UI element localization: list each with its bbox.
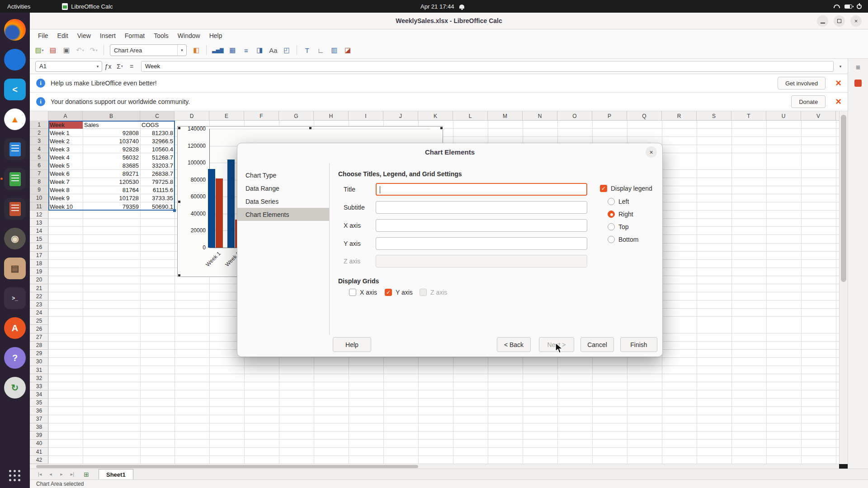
column-header-o[interactable]: O bbox=[557, 111, 592, 121]
formula-input[interactable]: Week bbox=[141, 61, 834, 72]
insert-axes-icon[interactable]: ∟ bbox=[315, 44, 326, 56]
chart-selection-handle[interactable] bbox=[178, 127, 181, 130]
row-header-8[interactable]: 8 bbox=[30, 178, 48, 186]
window-titlebar[interactable]: WeeklySales.xlsx - LibreOffice Calc × bbox=[30, 13, 868, 29]
maximize-button[interactable] bbox=[834, 15, 845, 27]
column-header-u[interactable]: U bbox=[766, 111, 801, 121]
row-header-26[interactable]: 26 bbox=[30, 325, 48, 333]
vertical-grids-icon[interactable]: ▥ bbox=[328, 44, 340, 56]
dock-ubuntu-software[interactable]: A bbox=[4, 317, 26, 339]
last-sheet-icon[interactable]: ▸| bbox=[67, 471, 78, 477]
row-header-34[interactable]: 34 bbox=[30, 390, 48, 399]
column-header-f[interactable]: F bbox=[244, 111, 279, 121]
wizard-step-chart-type[interactable]: Chart Type bbox=[237, 169, 329, 182]
column-header-l[interactable]: L bbox=[453, 111, 488, 121]
x-axis-input[interactable] bbox=[376, 219, 587, 232]
row-header-31[interactable]: 31 bbox=[30, 366, 48, 374]
row-header-39[interactable]: 39 bbox=[30, 432, 48, 440]
row-header-11[interactable]: 11 bbox=[30, 202, 48, 211]
help-button[interactable]: Help bbox=[333, 337, 371, 352]
row-header-28[interactable]: 28 bbox=[30, 342, 48, 350]
dock-file-cabinet[interactable]: ▤ bbox=[4, 258, 26, 279]
row-header-4[interactable]: 4 bbox=[30, 145, 48, 153]
gallery-icon[interactable]: ▨▾ bbox=[33, 44, 45, 56]
chart-type-icon[interactable]: ▃▅▇ bbox=[211, 44, 225, 56]
row-header-41[interactable]: 41 bbox=[30, 448, 48, 456]
row-header-10[interactable]: 10 bbox=[30, 194, 48, 202]
menu-help[interactable]: Help bbox=[205, 30, 227, 41]
dock-terminal[interactable]: >_ bbox=[4, 287, 26, 309]
first-sheet-icon[interactable]: |◂ bbox=[34, 471, 45, 477]
row-header-12[interactable]: 12 bbox=[30, 211, 48, 219]
chart-selection-handle[interactable] bbox=[178, 200, 181, 203]
formula-bar-expand-icon[interactable]: ▾ bbox=[836, 64, 844, 69]
app-grid-icon[interactable] bbox=[9, 470, 21, 482]
menu-view[interactable]: View bbox=[73, 30, 95, 41]
menu-insert[interactable]: Insert bbox=[95, 30, 120, 41]
donate-button[interactable]: Donate bbox=[791, 95, 826, 108]
column-header-t[interactable]: T bbox=[731, 111, 766, 121]
sheet-tab-sheet1[interactable]: Sheet1 bbox=[99, 469, 133, 479]
column-header-k[interactable]: K bbox=[418, 111, 453, 121]
row-header-29[interactable]: 29 bbox=[30, 350, 48, 358]
previous-sheet-icon[interactable]: ◂ bbox=[45, 471, 56, 477]
row-header-42[interactable]: 42 bbox=[30, 456, 48, 464]
format-selection-icon[interactable]: ◧ bbox=[190, 44, 202, 56]
row-header-17[interactable]: 17 bbox=[30, 252, 48, 260]
column-header-h[interactable]: H bbox=[314, 111, 349, 121]
column-header-d[interactable]: D bbox=[175, 111, 209, 121]
data-table-icon[interactable]: ▦ bbox=[226, 44, 238, 56]
dock-vscode[interactable]: < bbox=[4, 79, 26, 100]
row-header-32[interactable]: 32 bbox=[30, 374, 48, 382]
name-box[interactable]: A1 ▾ bbox=[35, 61, 102, 72]
row-header-3[interactable]: 3 bbox=[30, 137, 48, 145]
column-header-v[interactable]: V bbox=[801, 111, 836, 121]
radio-right[interactable] bbox=[608, 211, 615, 218]
column-header-j[interactable]: J bbox=[383, 111, 418, 121]
dock-help-app[interactable]: ? bbox=[4, 347, 26, 369]
row-header-27[interactable]: 27 bbox=[30, 333, 48, 342]
horizontal-grids-icon[interactable]: ≡ bbox=[240, 44, 252, 56]
menu-edit[interactable]: Edit bbox=[53, 30, 73, 41]
dock-libreoffice-calc[interactable] bbox=[4, 168, 26, 190]
column-header-n[interactable]: N bbox=[523, 111, 557, 121]
dock-vlc[interactable]: ▲ bbox=[4, 108, 26, 130]
display-legend-checkbox[interactable]: ✓ bbox=[600, 185, 607, 192]
scale-text-icon[interactable]: Aa bbox=[267, 44, 279, 56]
chart-selection-handle[interactable] bbox=[309, 127, 312, 130]
row-header-7[interactable]: 7 bbox=[30, 170, 48, 178]
radio-top[interactable] bbox=[608, 223, 615, 230]
chart-selection-handle[interactable] bbox=[178, 274, 181, 277]
menu-file[interactable]: File bbox=[33, 30, 53, 41]
export-pdf-icon[interactable]: ▤ bbox=[47, 44, 59, 56]
column-header-s[interactable]: S bbox=[697, 111, 731, 121]
menu-window[interactable]: Window bbox=[173, 30, 205, 41]
print-icon[interactable]: ▣ bbox=[61, 44, 72, 56]
row-header-33[interactable]: 33 bbox=[30, 382, 48, 390]
row-header-38[interactable]: 38 bbox=[30, 423, 48, 432]
wizard-step-chart-elements[interactable]: Chart Elements bbox=[237, 208, 329, 221]
close-notification-icon[interactable]: × bbox=[835, 97, 841, 107]
title-input[interactable] bbox=[376, 183, 587, 196]
minimize-button[interactable] bbox=[817, 15, 828, 27]
row-header-19[interactable]: 19 bbox=[30, 268, 48, 276]
column-header-e[interactable]: E bbox=[209, 111, 244, 121]
grid-checkbox-x-axis[interactable] bbox=[349, 289, 356, 296]
sidebar-properties-icon[interactable] bbox=[854, 80, 862, 87]
row-header-13[interactable]: 13 bbox=[30, 219, 48, 227]
row-header-16[interactable]: 16 bbox=[30, 244, 48, 252]
row-header-14[interactable]: 14 bbox=[30, 227, 48, 235]
function-wizard-button[interactable]: ƒx bbox=[102, 61, 114, 72]
undo-icon[interactable]: ↶▾ bbox=[74, 44, 86, 56]
row-header-23[interactable]: 23 bbox=[30, 300, 48, 309]
next-sheet-icon[interactable]: ▸ bbox=[56, 471, 67, 477]
row-header-20[interactable]: 20 bbox=[30, 276, 48, 284]
add-sheet-icon[interactable]: ⊞ bbox=[80, 471, 92, 478]
dock-software-updater[interactable]: ↻ bbox=[4, 377, 26, 399]
vertical-scrollbar[interactable] bbox=[839, 111, 848, 464]
column-header-g[interactable]: G bbox=[279, 111, 314, 121]
chart-selection-handle[interactable] bbox=[440, 127, 443, 130]
row-header-22[interactable]: 22 bbox=[30, 292, 48, 300]
dock-gimp[interactable]: ◉ bbox=[4, 228, 26, 249]
y-axis-input[interactable] bbox=[376, 237, 587, 250]
